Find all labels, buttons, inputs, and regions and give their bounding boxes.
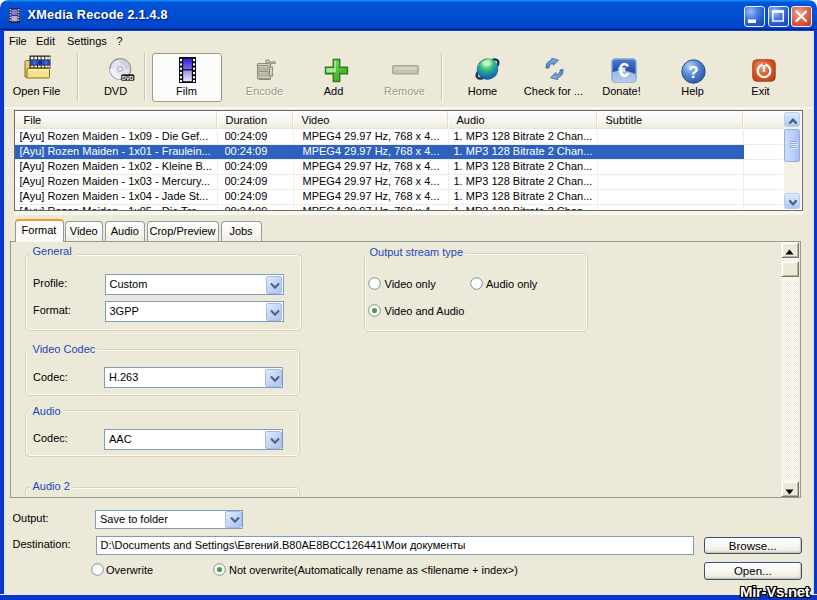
svg-text:DVD: DVD (122, 75, 133, 81)
svg-text:?: ? (688, 63, 698, 82)
svg-text:€: € (617, 59, 628, 81)
